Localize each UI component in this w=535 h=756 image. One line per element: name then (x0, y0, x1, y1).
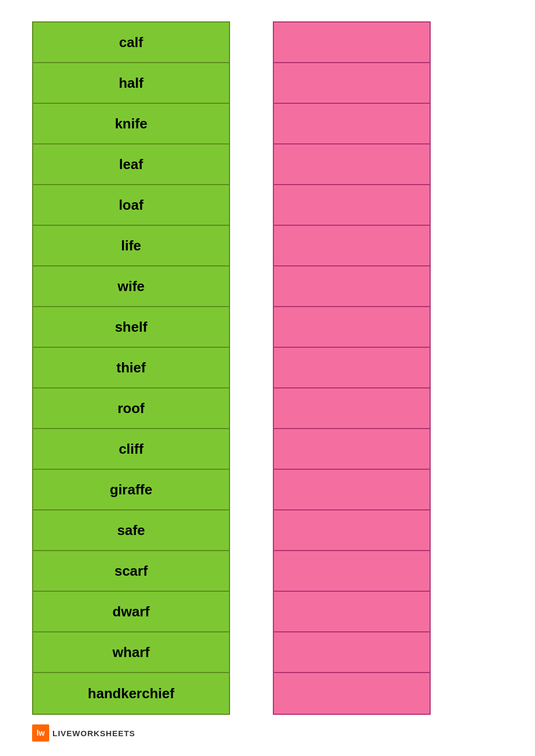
pink-answer-cell[interactable] (274, 632, 430, 673)
green-word-cell: knife (33, 104, 229, 144)
green-word-cell: handkerchief (33, 673, 229, 714)
green-word-cell: scarf (33, 551, 229, 592)
green-word-cell: dwarf (33, 592, 229, 632)
green-word-cell: shelf (33, 307, 229, 348)
green-column: calfhalfknifeleafloaflifewifeshelfthiefr… (32, 21, 230, 715)
green-word-cell: thief (33, 348, 229, 388)
pink-answer-cell[interactable] (274, 673, 430, 714)
pink-answer-cell[interactable] (274, 266, 430, 307)
pink-column (273, 21, 431, 715)
pink-answer-cell[interactable] (274, 185, 430, 226)
columns-wrapper: calfhalfknifeleafloaflifewifeshelfthiefr… (32, 21, 503, 715)
brand-logo: lw (32, 724, 49, 742)
pink-answer-cell[interactable] (274, 104, 430, 144)
pink-answer-cell[interactable] (274, 510, 430, 551)
green-word-cell: safe (33, 510, 229, 551)
pink-answer-cell[interactable] (274, 307, 430, 348)
pink-answer-cell[interactable] (274, 348, 430, 388)
green-word-cell: cliff (33, 429, 229, 470)
green-word-cell: giraffe (33, 470, 229, 510)
pink-answer-cell[interactable] (274, 144, 430, 185)
green-word-cell: half (33, 63, 229, 104)
green-word-cell: wife (33, 266, 229, 307)
pink-answer-cell[interactable] (274, 226, 430, 266)
pink-answer-cell[interactable] (274, 429, 430, 470)
green-word-cell: loaf (33, 185, 229, 226)
footer: lw LIVEWORKSHEETS (32, 724, 135, 742)
green-word-cell: calf (33, 22, 229, 63)
brand-name: LIVEWORKSHEETS (52, 729, 135, 738)
logo-text: lw (37, 729, 45, 737)
pink-answer-cell[interactable] (274, 470, 430, 510)
pink-answer-cell[interactable] (274, 388, 430, 429)
page: calfhalfknifeleafloaflifewifeshelfthiefr… (0, 0, 535, 756)
pink-answer-cell[interactable] (274, 551, 430, 592)
pink-answer-cell[interactable] (274, 63, 430, 104)
green-word-cell: leaf (33, 144, 229, 185)
green-word-cell: life (33, 226, 229, 266)
green-word-cell: roof (33, 388, 229, 429)
pink-answer-cell[interactable] (274, 592, 430, 632)
green-word-cell: wharf (33, 632, 229, 673)
pink-answer-cell[interactable] (274, 22, 430, 63)
